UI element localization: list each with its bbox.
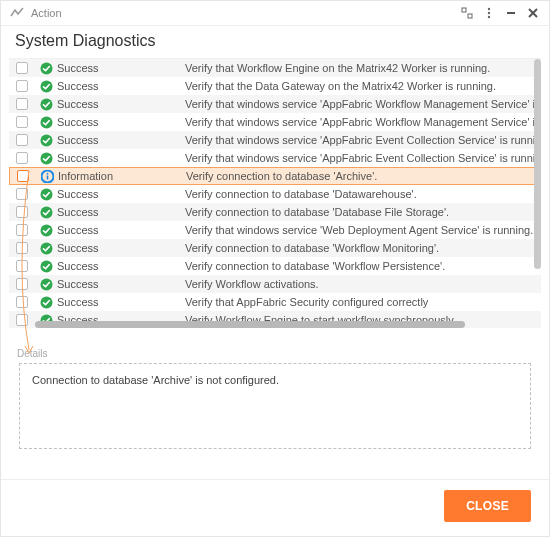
description-text: Verify connection to database 'Workflow … (185, 242, 541, 254)
status-text: Success (57, 296, 185, 308)
success-icon (35, 206, 57, 219)
table-row[interactable]: SuccessVerify that windows service 'AppF… (9, 95, 541, 113)
status-text: Success (57, 152, 185, 164)
table-row[interactable]: SuccessVerify connection to database 'Da… (9, 185, 541, 203)
status-text: Success (57, 278, 185, 290)
success-icon (35, 296, 57, 309)
success-icon (35, 224, 57, 237)
table-row[interactable]: InformationVerify connection to database… (9, 167, 541, 185)
description-text: Verify that AppFabric Security configure… (185, 296, 541, 308)
row-checkbox[interactable] (9, 296, 35, 308)
row-checkbox[interactable] (9, 62, 35, 74)
success-icon (35, 116, 57, 129)
vertical-scrollbar[interactable] (534, 59, 541, 328)
description-text: Verify that windows service 'AppFabric E… (185, 134, 541, 146)
table-row[interactable]: SuccessVerify connection to database 'Da… (9, 203, 541, 221)
row-checkbox[interactable] (9, 98, 35, 110)
status-text: Information (58, 170, 186, 182)
description-text: Verify that windows service 'AppFabric W… (185, 116, 541, 128)
svg-point-3 (488, 12, 490, 14)
row-checkbox[interactable] (9, 134, 35, 146)
table-row[interactable]: SuccessVerify connection to database 'Wo… (9, 257, 541, 275)
status-text: Success (57, 260, 185, 272)
close-button[interactable]: CLOSE (444, 490, 531, 522)
status-text: Success (57, 134, 185, 146)
window-titlebar: Action (1, 1, 549, 25)
description-text: Verify that windows service 'Web Deploym… (185, 224, 541, 236)
success-icon (35, 278, 57, 291)
status-text: Success (57, 80, 185, 92)
success-icon (35, 188, 57, 201)
row-checkbox[interactable] (9, 116, 35, 128)
status-text: Success (57, 206, 185, 218)
row-checkbox[interactable] (9, 260, 35, 272)
svg-point-2 (488, 8, 490, 10)
dialog-footer: CLOSE (1, 479, 549, 536)
table-row[interactable]: SuccessVerify that windows service 'AppF… (9, 113, 541, 131)
description-text: Verify that the Data Gateway on the Matr… (185, 80, 541, 92)
description-text: Verify that Workflow Engine on the Matri… (185, 62, 541, 74)
info-icon (36, 170, 58, 183)
close-icon[interactable] (525, 5, 541, 21)
description-text: Verify Workflow activations. (185, 278, 541, 290)
row-checkbox[interactable] (9, 206, 35, 218)
table-row[interactable]: SuccessVerify Workflow activations. (9, 275, 541, 293)
expand-icon[interactable] (459, 5, 475, 21)
row-checkbox[interactable] (9, 278, 35, 290)
status-text: Success (57, 242, 185, 254)
row-checkbox[interactable] (9, 188, 35, 200)
status-text: Success (57, 188, 185, 200)
svg-rect-15 (46, 175, 48, 179)
success-icon (35, 152, 57, 165)
row-checkbox[interactable] (9, 242, 35, 254)
description-text: Verify connection to database 'Database … (185, 206, 541, 218)
svg-point-4 (488, 16, 490, 18)
description-text: Verify that windows service 'AppFabric E… (185, 152, 541, 164)
table-row[interactable]: SuccessVerify that windows service 'AppF… (9, 131, 541, 149)
description-text: Verify connection to database 'Archive'. (186, 170, 540, 182)
app-icon (9, 5, 25, 21)
success-icon (35, 242, 57, 255)
description-text: Verify connection to database 'Workflow … (185, 260, 541, 272)
table-row[interactable]: SuccessVerify connection to database 'Wo… (9, 239, 541, 257)
svg-rect-16 (46, 173, 48, 175)
success-icon (35, 98, 57, 111)
success-icon (35, 260, 57, 273)
minimize-icon[interactable] (503, 5, 519, 21)
horizontal-scrollbar[interactable] (35, 321, 529, 328)
status-text: Success (57, 98, 185, 110)
svg-rect-0 (462, 8, 466, 12)
results-grid: SuccessVerify that Workflow Engine on th… (9, 58, 541, 328)
svg-rect-1 (468, 14, 472, 18)
window-title: Action (31, 7, 62, 19)
details-label: Details (1, 346, 549, 363)
table-row[interactable]: SuccessVerify that the Data Gateway on t… (9, 77, 541, 95)
table-row[interactable]: SuccessVerify that windows service 'AppF… (9, 149, 541, 167)
row-checkbox[interactable] (10, 170, 36, 182)
success-icon (35, 62, 57, 75)
more-icon[interactable] (481, 5, 497, 21)
status-text: Success (57, 62, 185, 74)
details-content: Connection to database 'Archive' is not … (19, 363, 531, 449)
row-checkbox[interactable] (9, 152, 35, 164)
row-checkbox[interactable] (9, 80, 35, 92)
success-icon (35, 134, 57, 147)
row-checkbox[interactable] (9, 224, 35, 236)
row-checkbox[interactable] (9, 314, 35, 326)
page-title: System Diagnostics (1, 26, 549, 58)
table-row[interactable]: SuccessVerify that AppFabric Security co… (9, 293, 541, 311)
status-text: Success (57, 116, 185, 128)
table-row[interactable]: SuccessVerify that windows service 'Web … (9, 221, 541, 239)
table-row[interactable]: SuccessVerify that Workflow Engine on th… (9, 59, 541, 77)
status-text: Success (57, 224, 185, 236)
success-icon (35, 80, 57, 93)
description-text: Verify that windows service 'AppFabric W… (185, 98, 541, 110)
description-text: Verify connection to database 'Datawareh… (185, 188, 541, 200)
